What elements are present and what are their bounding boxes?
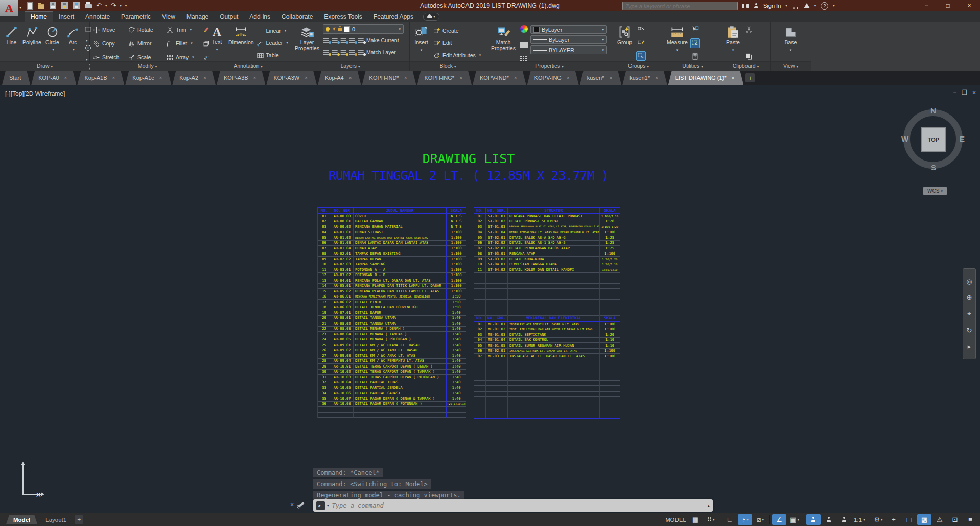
status-object-snap-tracking[interactable]: ∠ <box>772 514 786 525</box>
ribbon-tab-view[interactable]: View <box>156 12 181 22</box>
file-tab-koph-ind-[interactable]: KOPH-IND*× <box>362 71 416 85</box>
status-annotation-scale[interactable]: 1:1▾ <box>852 514 867 525</box>
status-performance-warning[interactable]: ⚠ <box>932 514 947 525</box>
panel-title-block[interactable]: Block <box>410 61 486 71</box>
status-isometric-drafting[interactable]: ⧄▾ <box>753 514 767 525</box>
status-grid-display[interactable]: ▦ <box>688 514 703 525</box>
tab-model[interactable]: Model <box>6 515 37 524</box>
status-annotation-scale-list[interactable] <box>837 514 851 525</box>
file-tab-kop-a0[interactable]: KOP-A0× <box>31 71 76 85</box>
maximize-button[interactable]: □ <box>937 0 959 11</box>
polyline-button[interactable]: Polyline <box>23 24 41 45</box>
tab-close-icon[interactable]: × <box>253 75 256 81</box>
quick-calculator-button[interactable] <box>691 52 699 61</box>
user-icon[interactable] <box>754 3 759 8</box>
undo-caret-icon[interactable]: ▾ <box>105 4 107 8</box>
copy-button[interactable]: Copy <box>92 38 125 49</box>
ribbon-tab-annotate[interactable]: Annotate <box>80 12 115 22</box>
group-button[interactable]: Group <box>616 24 634 45</box>
tab-close-icon[interactable]: × <box>349 75 352 81</box>
viewcube-west[interactable]: W <box>901 134 908 143</box>
tab-close-icon[interactable]: × <box>567 75 570 81</box>
measure-button[interactable]: Measure <box>667 24 688 53</box>
file-tab-start[interactable]: Start <box>2 71 30 85</box>
application-menu-caret-icon[interactable]: ▾ <box>19 5 21 10</box>
doc-minimize-button[interactable]: − <box>953 89 956 96</box>
status-ortho-mode[interactable]: ∟ <box>722 514 737 525</box>
ribbon-tab-output[interactable]: Output <box>214 12 244 22</box>
file-tab-kopv-ind-[interactable]: KOPV-IND*× <box>473 71 526 85</box>
viewcube-north[interactable]: N <box>930 106 936 115</box>
make-current-icon[interactable] <box>358 37 365 43</box>
command-close-icon[interactable]: × <box>290 501 294 508</box>
ribbon-tab-collaborate[interactable]: Collaborate <box>276 12 318 22</box>
viewcube-east[interactable]: E <box>960 134 965 143</box>
base-button[interactable]: Base <box>782 24 800 53</box>
doc-restore-button[interactable]: ❐ <box>962 89 967 96</box>
layer-properties-button[interactable]: Layer Properties <box>294 24 320 51</box>
fillet-button[interactable]: Fillet <box>166 38 200 49</box>
status-snap-mode[interactable]: ⠿▾ <box>704 514 718 525</box>
new-layout-button[interactable]: + <box>75 515 83 524</box>
file-tab-kopv-ing[interactable]: KOPV-ING× <box>527 71 579 85</box>
search-icon[interactable] <box>742 4 749 8</box>
sign-in-button[interactable]: Sign In <box>763 3 781 9</box>
match-properties-button[interactable]: Match Properties <box>489 24 518 51</box>
status-graphics-performance[interactable]: ▩ <box>917 514 931 525</box>
redo-icon[interactable]: ↷ <box>110 1 116 10</box>
cut-button[interactable] <box>744 25 753 34</box>
trim-button[interactable]: Trim <box>166 24 200 35</box>
wcs-dropdown[interactable]: WCS <box>923 187 947 195</box>
file-tab-kop-a1b[interactable]: Kop-A1B× <box>77 71 124 85</box>
exchange-caret-icon[interactable]: ▾ <box>814 4 816 8</box>
open-icon[interactable] <box>37 2 45 10</box>
panel-title-clipboard[interactable]: Clipboard <box>721 61 770 71</box>
application-menu-button[interactable]: A <box>0 0 18 16</box>
connect-pill[interactable]: ▾ <box>423 13 439 21</box>
search-input[interactable] <box>623 3 737 9</box>
ribbon-tab-home[interactable]: Home <box>25 11 53 22</box>
viewport-controls-label[interactable]: [-][Top][2D Wireframe] <box>5 90 65 97</box>
paste-button[interactable]: Paste <box>724 24 742 53</box>
viewcube[interactable]: N S W E TOP <box>899 105 967 173</box>
layer-freeze-icon[interactable] <box>340 37 347 43</box>
ribbon-tab-parametric[interactable]: Parametric <box>115 12 156 22</box>
help-caret-icon[interactable]: ▾ <box>833 4 835 8</box>
status-crosshair-toggle[interactable]: + <box>886 514 901 525</box>
status-isolate-objects[interactable]: ◻ <box>902 514 916 525</box>
file-tab-kusen-[interactable]: kusen*× <box>580 71 621 85</box>
doc-close-button[interactable]: × <box>972 89 976 96</box>
file-tab-kop-a1c[interactable]: Kop-A1c× <box>125 71 171 85</box>
insert-button[interactable]: Insert <box>412 24 430 53</box>
tab-close-icon[interactable]: × <box>203 75 206 81</box>
rotate-button[interactable]: Rotate <box>128 24 164 35</box>
match-layer-button[interactable]: Match Layer <box>366 49 396 55</box>
status-annotation-visibility[interactable] <box>806 514 821 525</box>
lineweight-dropdown[interactable]: ByLayer ▾ <box>530 35 607 44</box>
layer-dropdown[interactable]: ☀ 0 ▾ <box>323 24 404 34</box>
tab-close-icon[interactable]: × <box>404 75 407 81</box>
status-model-space-toggle[interactable]: MODEL <box>664 514 687 525</box>
move-button[interactable]: Move <box>92 24 125 35</box>
zoom-icon[interactable]: ⌖ <box>967 310 971 318</box>
circle-button[interactable]: Circle <box>43 24 61 52</box>
save-icon[interactable] <box>49 2 57 10</box>
file-tab-list-drawing-1-[interactable]: LIST DRAWING (1)*× <box>668 71 743 85</box>
mirror-button[interactable]: Mirror <box>128 38 164 49</box>
save-as-icon[interactable] <box>61 2 69 10</box>
close-button[interactable]: × <box>959 0 980 11</box>
status-clean-screen[interactable]: ⊡ <box>948 514 962 525</box>
status-polar-tracking[interactable]: ◔▾ <box>738 514 752 525</box>
drawing-viewport[interactable]: [-][Top][2D Wireframe] − ❐ × N S W E TOP… <box>0 85 980 513</box>
qat-menu-icon[interactable]: ▾ <box>125 4 127 8</box>
autodesk-exchange-icon[interactable] <box>804 3 810 8</box>
tab-close-icon[interactable]: × <box>305 75 308 81</box>
create-block-button[interactable]: Create <box>433 25 481 36</box>
orbit-icon[interactable]: ↻ <box>967 327 972 334</box>
app-store-icon[interactable] <box>792 3 799 7</box>
viewcube-top-face[interactable]: TOP <box>921 127 946 152</box>
tab-close-icon[interactable]: × <box>609 75 612 81</box>
pan-icon[interactable]: ⊕ <box>967 293 972 301</box>
line-button[interactable]: Line <box>3 24 20 45</box>
make-current-button[interactable]: Make Current <box>366 37 399 43</box>
